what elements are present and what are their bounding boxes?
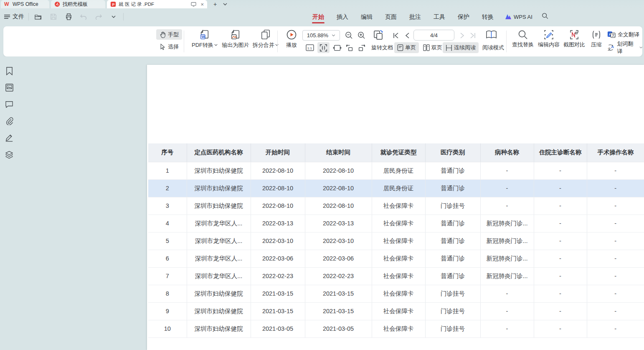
monitor-icon[interactable] — [191, 2, 196, 7]
new-tab-button[interactable]: + — [210, 0, 220, 8]
page-number-input[interactable]: 4/4 — [413, 30, 454, 41]
table-body: 1深圳市妇幼保健院2022-08-102022-08-10居民身份证普通门诊--… — [148, 162, 644, 337]
print-icon[interactable] — [63, 12, 74, 22]
table-cell: 深圳市龙华区人... — [187, 250, 251, 267]
table-cell: 深圳市妇幼保健院 — [187, 162, 251, 179]
continuous-read-button[interactable]: 连续阅读 — [443, 42, 479, 53]
split-merge-icon — [261, 29, 271, 40]
table-row: 6深圳市龙华区人...2022-03-062022-03-06社会保障卡普通门诊… — [148, 250, 644, 267]
table-cell: - — [480, 320, 534, 337]
edit-content-button[interactable]: 编辑内容 — [535, 26, 562, 51]
table-cell: - — [480, 197, 534, 215]
split-merge-label: 拆分合并 — [253, 41, 274, 49]
last-page-button[interactable] — [468, 30, 478, 41]
find-replace-button[interactable]: 查找替换 — [508, 26, 538, 51]
menu-annotate[interactable]: 批注 — [403, 8, 427, 25]
fit-width-button[interactable] — [317, 42, 330, 53]
redo-icon[interactable] — [93, 12, 104, 22]
read-mode-icon[interactable] — [484, 28, 499, 41]
menu-convert[interactable]: 转换 — [476, 8, 500, 25]
document-workspace: 序号 定点医药机构名称 开始时间 结束时间 就诊凭证类型 医疗类别 病种名称 住… — [0, 56, 644, 350]
edit-content-label: 编辑内容 — [538, 41, 560, 49]
wps-ai-button[interactable]: WPS AI — [500, 14, 538, 20]
compress-button[interactable]: 压缩 — [587, 26, 606, 51]
table-cell: - — [587, 215, 644, 232]
play-button[interactable]: 播放 — [281, 26, 302, 51]
rotate-pages-icon[interactable] — [372, 29, 385, 41]
menu-search-icon[interactable] — [538, 13, 553, 21]
first-page-button[interactable] — [391, 30, 401, 41]
divider — [184, 31, 184, 52]
actual-size-button[interactable]: 1:1 — [304, 42, 316, 53]
attachment-icon[interactable] — [5, 117, 14, 125]
signature-icon[interactable] — [5, 133, 14, 142]
menu-protect[interactable]: 保护 — [451, 8, 476, 25]
layers-icon[interactable] — [5, 150, 14, 159]
table-cell: - — [587, 302, 644, 320]
table-cell: - — [534, 162, 587, 179]
table-cell: 2022-08-10 — [251, 162, 305, 179]
rotate-left-button[interactable] — [343, 42, 355, 53]
pdf-page[interactable]: 序号 定点医药机构名称 开始时间 结束时间 就诊凭证类型 医疗类别 病种名称 住… — [147, 65, 644, 350]
file-menu-button[interactable]: 文件 — [4, 13, 24, 20]
read-mode-button[interactable]: 阅读模式 — [479, 42, 507, 53]
find-replace-icon — [518, 30, 528, 40]
table-cell: - — [587, 250, 644, 267]
tab-list-chevron-icon[interactable] — [221, 0, 230, 8]
tab-wps-home[interactable]: W WPS Office — [1, 0, 49, 8]
screenshot-compare-button[interactable]: 截图对比 — [561, 26, 587, 51]
pointer-tools-group: 手型 选择 — [156, 29, 182, 52]
col-header-medical-category: 医疗类别 — [425, 143, 480, 162]
thumbnail-icon[interactable] — [5, 83, 14, 92]
table-cell: 2022-08-10 — [251, 179, 305, 197]
tab-docer-templates[interactable]: 找稻壳模板 — [51, 0, 105, 8]
table-cell: 1 — [148, 162, 187, 179]
divider — [123, 13, 124, 20]
menubar: 文件 开始 插入 编辑 — [0, 8, 644, 25]
col-header-end-time: 结束时间 — [305, 143, 372, 162]
menu-home[interactable]: 开始 — [306, 8, 330, 25]
table-cell: - — [587, 179, 644, 197]
comment-icon[interactable] — [5, 100, 14, 109]
open-file-icon[interactable] — [33, 12, 44, 22]
bookmark-icon[interactable] — [5, 66, 14, 75]
undo-icon[interactable] — [78, 12, 89, 22]
rotate-document-button[interactable]: 旋转文档 — [368, 42, 396, 53]
save-icon[interactable] — [48, 12, 59, 22]
menu-tools[interactable]: 工具 — [427, 8, 451, 25]
zoom-out-button[interactable] — [343, 30, 354, 41]
zoom-in-button[interactable] — [356, 30, 367, 41]
read-mode-label: 阅读模式 — [482, 44, 504, 51]
close-tab-icon[interactable]: × — [200, 1, 204, 8]
previous-page-button[interactable] — [403, 30, 412, 41]
menu-insert[interactable]: 插入 — [330, 8, 355, 25]
col-header-inpatient-diagnosis: 住院主诊断名称 — [534, 143, 587, 162]
menu-page[interactable]: 页面 — [379, 8, 403, 25]
cursor-icon — [160, 43, 166, 50]
fit-page-icon — [333, 44, 342, 51]
full-translate-button[interactable]: A文 全文翻译 — [607, 29, 642, 40]
rotate-right-button[interactable] — [356, 42, 368, 53]
table-cell: 2022-08-10 — [305, 197, 372, 215]
word-translate-label: 划词翻译 — [617, 40, 637, 55]
hand-tool-button[interactable]: 手型 — [156, 29, 182, 40]
single-page-button[interactable]: 单页 — [394, 42, 419, 53]
word-translate-button[interactable]: 文A 划词翻译 — [607, 42, 642, 53]
next-page-button[interactable] — [458, 30, 467, 41]
fit-page-button[interactable] — [331, 42, 344, 53]
table-cell: 社会保障卡 — [372, 320, 425, 337]
quick-access-chevron-icon[interactable] — [108, 12, 119, 22]
select-tool-button[interactable]: 选择 — [156, 41, 182, 52]
export-image-button[interactable]: 输出为图片 — [217, 26, 254, 51]
table-cell: 2022-03-06 — [251, 250, 305, 267]
pdf-convert-button[interactable]: W PDF转换 — [188, 26, 221, 51]
rotate-left-icon — [345, 44, 353, 52]
divider — [506, 31, 507, 52]
single-page-icon — [397, 44, 403, 51]
screenshot-compare-label: 截图对比 — [563, 41, 585, 49]
table-cell: - — [534, 320, 587, 337]
zoom-level-input[interactable]: 105.88% — [302, 30, 340, 41]
export-image-icon — [231, 29, 241, 40]
tab-document-pdf[interactable]: P 就 医 记 录 .PDF × — [107, 0, 207, 8]
menu-edit[interactable]: 编辑 — [355, 8, 379, 25]
